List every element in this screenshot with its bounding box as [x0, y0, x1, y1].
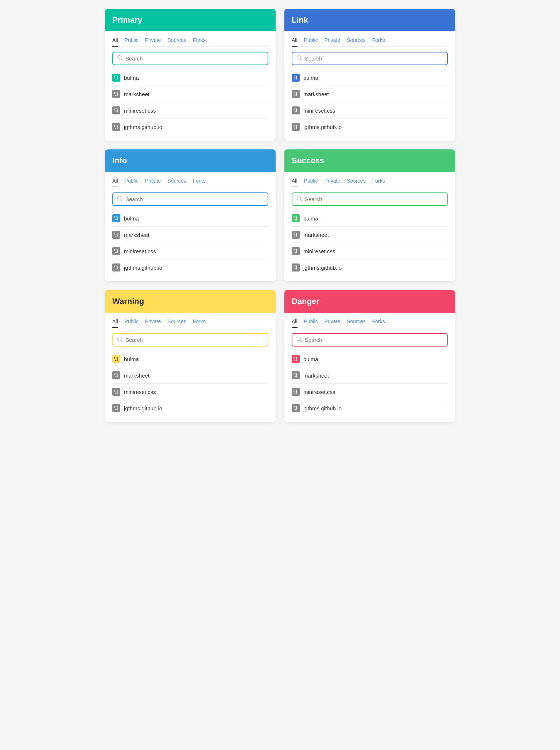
tab-warning-sources[interactable]: Sources — [167, 319, 186, 328]
tab-warning-all[interactable]: All — [112, 319, 118, 328]
card-header-primary: Primary — [105, 9, 276, 31]
tab-primary-public[interactable]: Public — [125, 37, 139, 47]
list-item[interactable]: marksheet — [292, 227, 448, 243]
repo-icon — [292, 263, 300, 272]
list-item[interactable]: jgthms.github.io — [112, 400, 268, 416]
list-item[interactable]: minireset.css — [292, 384, 448, 400]
repo-list-danger: bulma marksheet minireset.css jgthms.git… — [292, 351, 448, 416]
tabs-danger: AllPublicPrivateSourcesForks — [292, 319, 448, 328]
tab-info-forks[interactable]: Forks — [193, 178, 206, 187]
tab-warning-forks[interactable]: Forks — [193, 319, 206, 328]
tab-danger-forks[interactable]: Forks — [372, 319, 385, 328]
repo-name: minireset.css — [124, 108, 156, 114]
list-item[interactable]: jgthms.github.io — [292, 119, 448, 135]
repo-name: marksheet — [124, 91, 149, 97]
repo-icon — [112, 106, 120, 114]
search-box-link — [292, 52, 448, 65]
repo-icon — [292, 371, 300, 379]
tab-primary-all[interactable]: All — [112, 37, 118, 47]
list-item[interactable]: jgthms.github.io — [112, 259, 268, 276]
repo-list-warning: bulma marksheet minireset.css jgthms.git… — [112, 351, 268, 416]
list-item[interactable]: minireset.css — [292, 243, 448, 259]
list-item[interactable]: bulma — [292, 351, 448, 367]
card-title-link: Link — [292, 15, 308, 24]
tab-success-public[interactable]: Public — [304, 178, 318, 187]
list-item[interactable]: minireset.css — [112, 243, 268, 259]
tab-primary-sources[interactable]: Sources — [167, 37, 186, 47]
repo-name: marksheet — [303, 232, 329, 238]
tab-info-private[interactable]: Private — [145, 178, 161, 187]
search-input-link[interactable] — [305, 55, 443, 62]
repo-icon — [112, 263, 120, 272]
tab-info-sources[interactable]: Sources — [167, 178, 186, 187]
tab-success-forks[interactable]: Forks — [372, 178, 385, 187]
list-item[interactable]: marksheet — [112, 227, 268, 243]
search-icon — [117, 55, 122, 62]
repo-name: marksheet — [124, 372, 149, 379]
list-item[interactable]: bulma — [292, 210, 448, 227]
repo-name: bulma — [124, 215, 139, 222]
repo-icon — [292, 106, 300, 114]
search-input-warning[interactable] — [125, 337, 263, 343]
card-body-info: AllPublicPrivateSourcesForks bulma marks… — [105, 172, 276, 281]
tab-info-public[interactable]: Public — [125, 178, 139, 187]
repo-name: jgthms.github.io — [303, 124, 342, 130]
search-icon — [297, 196, 302, 202]
tab-link-all[interactable]: All — [292, 37, 298, 47]
repo-name: jgthms.github.io — [124, 405, 162, 411]
tabs-link: AllPublicPrivateSourcesForks — [292, 37, 448, 47]
repo-icon — [292, 214, 300, 222]
repo-icon — [112, 371, 120, 379]
search-box-success — [292, 192, 448, 206]
tab-info-all[interactable]: All — [112, 178, 118, 187]
card-header-info: Info — [105, 149, 276, 172]
tab-warning-public[interactable]: Public — [125, 319, 139, 328]
card-title-primary: Primary — [112, 15, 142, 24]
tab-primary-forks[interactable]: Forks — [193, 37, 206, 47]
search-input-danger[interactable] — [305, 337, 443, 343]
repo-list-primary: bulma marksheet minireset.css jgthms.git… — [112, 70, 268, 135]
list-item[interactable]: marksheet — [292, 367, 448, 384]
tab-success-private[interactable]: Private — [324, 178, 341, 187]
card-body-danger: AllPublicPrivateSourcesForks bulma marks… — [284, 313, 455, 422]
tab-link-public[interactable]: Public — [304, 37, 318, 47]
search-input-success[interactable] — [305, 196, 443, 202]
repo-icon — [292, 355, 300, 363]
tab-warning-private[interactable]: Private — [145, 319, 161, 328]
tab-danger-public[interactable]: Public — [304, 319, 318, 328]
list-item[interactable]: jgthms.github.io — [292, 400, 448, 416]
repo-name: marksheet — [303, 91, 329, 97]
tab-success-all[interactable]: All — [292, 178, 298, 187]
card-info: InfoAllPublicPrivateSourcesForks bulma m… — [105, 149, 276, 281]
tab-danger-sources[interactable]: Sources — [347, 319, 365, 328]
search-input-primary[interactable] — [125, 55, 263, 62]
list-item[interactable]: marksheet — [112, 86, 268, 102]
tab-danger-all[interactable]: All — [292, 319, 298, 328]
list-item[interactable]: bulma — [112, 70, 268, 86]
repo-name: jgthms.github.io — [124, 265, 162, 271]
repo-name: bulma — [303, 215, 318, 222]
list-item[interactable]: minireset.css — [112, 384, 268, 400]
repo-name: minireset.css — [303, 248, 335, 254]
tab-primary-private[interactable]: Private — [145, 37, 161, 47]
list-item[interactable]: minireset.css — [112, 102, 268, 119]
list-item[interactable]: jgthms.github.io — [112, 119, 268, 135]
search-box-info — [112, 192, 268, 206]
list-item[interactable]: bulma — [112, 210, 268, 227]
list-item[interactable]: bulma — [112, 351, 268, 367]
repo-icon — [112, 214, 120, 222]
tab-link-private[interactable]: Private — [324, 37, 341, 47]
tab-link-forks[interactable]: Forks — [372, 37, 385, 47]
search-input-info[interactable] — [125, 196, 263, 202]
tab-link-sources[interactable]: Sources — [347, 37, 365, 47]
list-item[interactable]: bulma — [292, 70, 448, 86]
tab-danger-private[interactable]: Private — [324, 319, 341, 328]
search-box-primary — [112, 52, 268, 65]
list-item[interactable]: marksheet — [292, 86, 448, 102]
search-box-warning — [112, 333, 268, 347]
card-danger: DangerAllPublicPrivateSourcesForks bulma… — [284, 290, 455, 422]
list-item[interactable]: minireset.css — [292, 102, 448, 119]
list-item[interactable]: jgthms.github.io — [292, 259, 448, 276]
tab-success-sources[interactable]: Sources — [347, 178, 365, 187]
list-item[interactable]: marksheet — [112, 367, 268, 384]
